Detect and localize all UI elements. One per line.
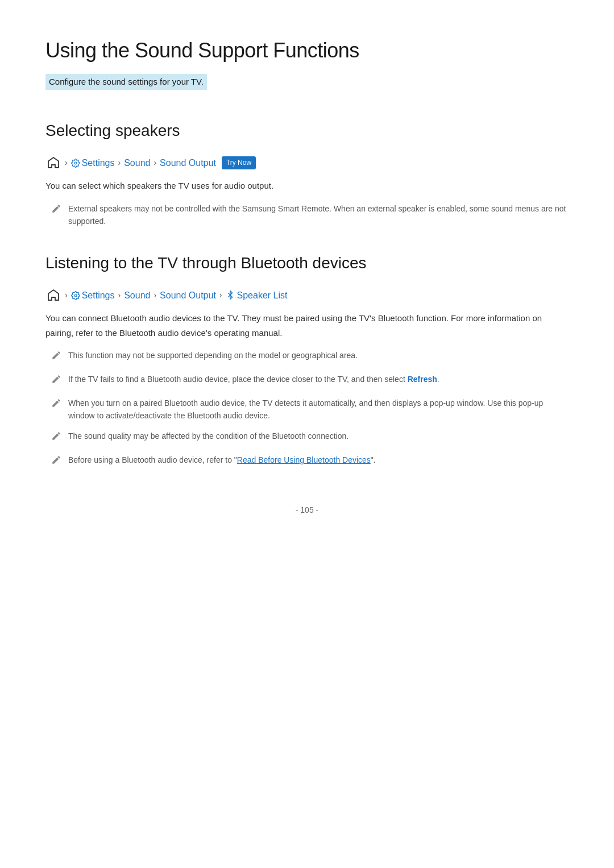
- svg-point-1: [74, 294, 77, 297]
- pencil-icon-2: [51, 350, 61, 365]
- note-item-4: When you turn on a paired Bluetooth audi…: [45, 397, 569, 422]
- chevron-icon-3: ›: [154, 156, 156, 169]
- pencil-icon-5: [51, 431, 61, 446]
- bluetooth-devices-link[interactable]: Read Before Using Bluetooth Devices: [237, 455, 371, 464]
- chevron-icon-5: ›: [118, 289, 121, 301]
- note-text-5: The sound quality may be affected by the…: [68, 430, 349, 442]
- note-item-5: The sound quality may be affected by the…: [45, 430, 569, 446]
- note-text-2: This function may not be supported depen…: [68, 349, 358, 362]
- note-text-1: External speakers may not be controlled …: [68, 202, 569, 228]
- chevron-icon-7: ›: [219, 289, 222, 301]
- breadcrumb-settings-2[interactable]: Settings: [71, 288, 115, 303]
- section1-title: Selecting speakers: [45, 118, 569, 144]
- breadcrumb-speaker-list[interactable]: Speaker List: [226, 288, 288, 303]
- page-title: Using the Sound Support Functions: [45, 34, 569, 67]
- chevron-icon-2: ›: [118, 156, 121, 169]
- home-icon: [45, 155, 61, 171]
- note-item-2: This function may not be supported depen…: [45, 349, 569, 365]
- page-footer: - 105 -: [45, 504, 569, 516]
- try-now-badge[interactable]: Try Now: [222, 156, 256, 169]
- chevron-icon-4: ›: [65, 289, 68, 301]
- breadcrumb-settings-1[interactable]: Settings: [71, 156, 115, 171]
- chevron-icon-1: ›: [65, 156, 68, 169]
- pencil-icon-6: [51, 455, 61, 470]
- breadcrumb-sound-2[interactable]: Sound: [124, 288, 150, 303]
- note-item-6: Before using a Bluetooth audio device, r…: [45, 454, 569, 470]
- note-text-6: Before using a Bluetooth audio device, r…: [68, 454, 376, 466]
- breadcrumb-1: › Settings › Sound › Sound Output Try No…: [45, 155, 569, 171]
- section-selecting-speakers: Selecting speakers › Settings › Sound › …: [45, 118, 569, 228]
- section-bluetooth: Listening to the TV through Bluetooth de…: [45, 251, 569, 470]
- pencil-icon-3: [51, 374, 61, 389]
- note-item-1: External speakers may not be controlled …: [45, 202, 569, 228]
- note-text-4: When you turn on a paired Bluetooth audi…: [68, 397, 569, 422]
- pencil-icon-1: [51, 203, 61, 218]
- breadcrumb-2: › Settings › Sound › Sound Output › Spea…: [45, 287, 569, 303]
- note-item-3: If the TV fails to find a Bluetooth audi…: [45, 373, 569, 389]
- home-icon-2: [45, 287, 61, 303]
- section2-title: Listening to the TV through Bluetooth de…: [45, 251, 569, 276]
- chevron-icon-6: ›: [154, 289, 156, 301]
- note-text-3: If the TV fails to find a Bluetooth audi…: [68, 373, 439, 385]
- subtitle-highlight: Configure the sound settings for your TV…: [45, 74, 569, 113]
- pencil-icon-4: [51, 398, 61, 413]
- breadcrumb-sound-output-2[interactable]: Sound Output: [160, 288, 216, 303]
- section2-body: You can connect Bluetooth audio devices …: [45, 311, 569, 340]
- section1-body: You can select which speakers the TV use…: [45, 178, 569, 193]
- breadcrumb-sound-1[interactable]: Sound: [124, 156, 150, 171]
- svg-point-0: [74, 162, 77, 164]
- breadcrumb-sound-output-1[interactable]: Sound Output: [160, 156, 216, 171]
